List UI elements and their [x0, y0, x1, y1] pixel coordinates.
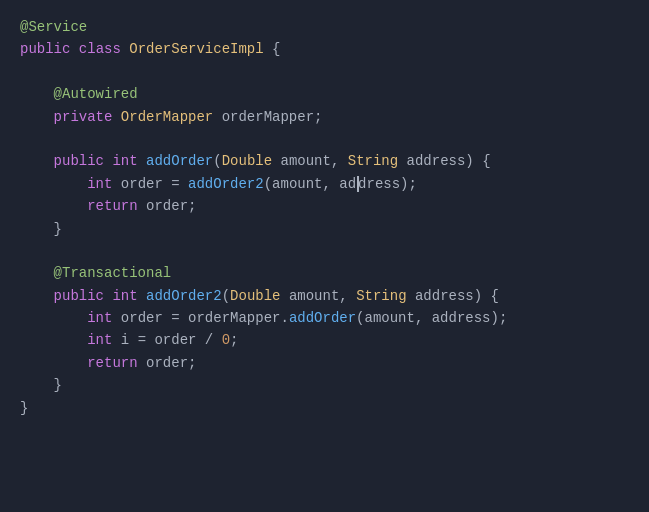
code-token: } [20, 400, 28, 416]
code-token: Double [230, 288, 280, 304]
code-token: { [264, 41, 281, 57]
code-token: public [54, 288, 104, 304]
code-token: int [87, 332, 112, 348]
code-token: dress); [358, 176, 417, 192]
code-line [20, 128, 629, 150]
code-token [121, 41, 129, 57]
code-token [20, 288, 54, 304]
code-token: addOrder [289, 310, 356, 326]
code-token: String [348, 153, 398, 169]
code-editor: @Servicepublic class OrderServiceImpl { … [0, 0, 649, 512]
code-token: return [87, 355, 137, 371]
code-token: addOrder2 [188, 176, 264, 192]
code-token: @Service [20, 19, 87, 35]
code-token: order; [138, 198, 197, 214]
code-token [112, 109, 120, 125]
code-line: int order = addOrder2(amount, address); [20, 173, 629, 195]
code-token: (amount, address); [356, 310, 507, 326]
code-token: amount, [281, 288, 357, 304]
code-token: int [87, 176, 112, 192]
code-token: public [54, 153, 104, 169]
code-line: private OrderMapper orderMapper; [20, 106, 629, 128]
code-line: return order; [20, 195, 629, 217]
code-token [20, 332, 87, 348]
code-token: private [54, 109, 113, 125]
code-token [20, 109, 54, 125]
code-line: @Service [20, 16, 629, 38]
code-line: } [20, 218, 629, 240]
code-token: order = [112, 176, 188, 192]
code-line: public class OrderServiceImpl { [20, 38, 629, 60]
code-token: amount, [272, 153, 348, 169]
code-line: } [20, 397, 629, 419]
code-line: } [20, 374, 629, 396]
code-token: order; [138, 355, 197, 371]
code-content: @Servicepublic class OrderServiceImpl { … [20, 16, 629, 419]
code-token: } [20, 377, 62, 393]
code-token: orderMapper; [213, 109, 322, 125]
code-token: ( [222, 288, 230, 304]
code-token: addOrder2 [146, 288, 222, 304]
code-line: int i = order / 0; [20, 329, 629, 351]
code-token: address) { [398, 153, 490, 169]
code-token: ( [213, 153, 221, 169]
code-line: int order = orderMapper.addOrder(amount,… [20, 307, 629, 329]
code-token: String [356, 288, 406, 304]
code-line: @Transactional [20, 262, 629, 284]
code-token [70, 41, 78, 57]
code-token: } [20, 221, 62, 237]
code-token: order = orderMapper. [112, 310, 288, 326]
code-token: @Autowired [54, 86, 138, 102]
code-token: int [87, 310, 112, 326]
code-line [20, 240, 629, 262]
code-token [20, 310, 87, 326]
code-token [20, 176, 87, 192]
code-token: int [112, 288, 137, 304]
code-token: int [112, 153, 137, 169]
code-line: public int addOrder(Double amount, Strin… [20, 150, 629, 172]
code-token: OrderMapper [121, 109, 213, 125]
code-token: ; [230, 332, 238, 348]
code-token: @Transactional [54, 265, 172, 281]
code-token: address) { [407, 288, 499, 304]
code-token [138, 153, 146, 169]
code-line: public int addOrder2(Double amount, Stri… [20, 285, 629, 307]
code-token [20, 153, 54, 169]
code-token: 0 [222, 332, 230, 348]
code-token [20, 198, 87, 214]
code-line: @Autowired [20, 83, 629, 105]
code-token [20, 355, 87, 371]
code-token [20, 265, 54, 281]
code-token: (amount, ad [264, 176, 356, 192]
code-token: class [79, 41, 121, 57]
code-token: OrderServiceImpl [129, 41, 263, 57]
code-token: return [87, 198, 137, 214]
code-token: Double [222, 153, 272, 169]
code-token: public [20, 41, 70, 57]
code-line [20, 61, 629, 83]
code-token [20, 86, 54, 102]
code-token: addOrder [146, 153, 213, 169]
code-token [138, 288, 146, 304]
code-line: return order; [20, 352, 629, 374]
code-token: i = order / [112, 332, 221, 348]
